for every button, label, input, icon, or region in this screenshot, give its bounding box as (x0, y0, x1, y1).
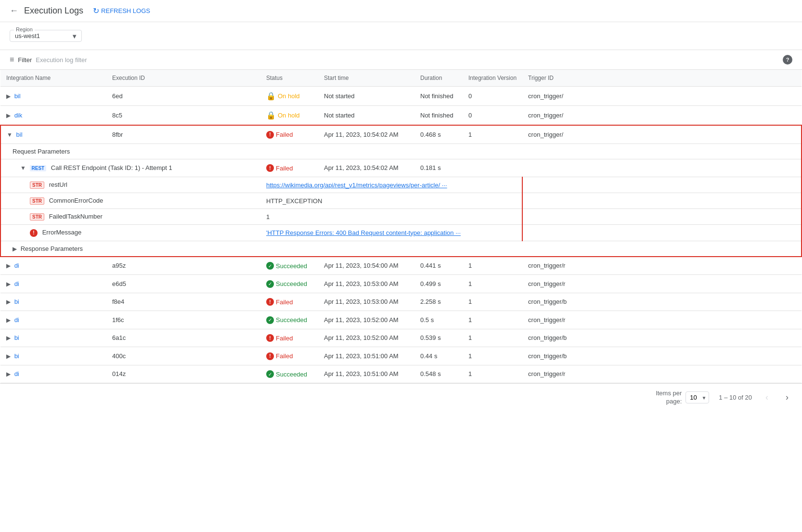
expand-button[interactable]: ▶ (6, 335, 11, 341)
response-params-label: Response Parameters (21, 245, 83, 252)
duration-cell: Not finished (414, 87, 463, 106)
success-icon: ✓ (266, 370, 274, 378)
execution-id-cell: 400c (106, 347, 260, 365)
start-time-cell: Apr 11, 2023, 10:52:00 AM (318, 311, 414, 329)
trigger-id-cell: cron_trigger/ (522, 106, 802, 126)
param-value: HTTP_EXCEPTION (266, 197, 322, 205)
table-row: ▶ dik 8c5 🔒 On hold Not started Not fini… (0, 106, 802, 126)
trigger-id-cell: cron_trigger/b (522, 293, 802, 311)
start-time-cell: Apr 11, 2023, 10:51:00 AM (318, 365, 414, 383)
filter-bar: ≡ Filter Execution log filter ? (0, 50, 802, 70)
failed-icon: ! (266, 298, 274, 306)
region-section: Region us-west1 ▼ (0, 22, 802, 50)
success-icon: ✓ (266, 262, 274, 270)
expand-button[interactable]: ▶ (6, 317, 11, 324)
status-cell: ✓ Succeeded (260, 365, 318, 383)
duration-cell: 0.548 s (414, 365, 463, 383)
status-text: Failed (276, 335, 293, 342)
expand-button[interactable]: ▶ (6, 262, 11, 269)
start-time-cell: Apr 11, 2023, 10:51:00 AM (318, 347, 414, 365)
status-text: Failed (276, 131, 293, 138)
col-duration: Duration (414, 70, 463, 87)
integration-name-cell: ▶ di (0, 311, 106, 329)
col-start-time: Start time (318, 70, 414, 87)
version-cell: 1 (463, 275, 522, 293)
integration-name-link[interactable]: di (14, 316, 19, 324)
integration-name-cell: ▶ bi (0, 329, 106, 347)
status-cell: ✓ Succeeded (260, 311, 318, 329)
version-cell: 1 (463, 311, 522, 329)
duration-cell: 0.44 s (414, 347, 463, 365)
status-cell: ! Failed (260, 293, 318, 311)
integration-name-link[interactable]: di (14, 262, 19, 269)
col-trigger-id: Trigger ID (522, 70, 802, 87)
trigger-id-cell: cron_trigger/b (522, 347, 802, 365)
integration-name-cell: ▶ bi (0, 347, 106, 365)
expand-button[interactable]: ▶ (6, 371, 11, 377)
integration-name-link[interactable]: bil (14, 92, 21, 100)
failed-icon: ! (266, 131, 274, 139)
execution-id-cell: f8e4 (106, 293, 260, 311)
execution-id-cell: 8fbr (106, 125, 260, 143)
expand-button[interactable]: ▶ (6, 298, 11, 305)
param-row: STR restUrl https://wikimedia.org/api/re… (0, 177, 802, 193)
per-page-wrapper: 10 25 50 (686, 391, 709, 403)
pagination-text: 1 – 10 of 20 (719, 394, 752, 401)
filter-placeholder[interactable]: Execution log filter (36, 56, 87, 64)
status-cell: 🔒 On hold (260, 87, 318, 106)
status-text: On hold (278, 112, 300, 119)
table-header-row: Integration Name Execution ID Status Sta… (0, 70, 802, 87)
table-row-expanded: ▼ bil 8fbr ! Failed Apr 11, 2023, 10:54:… (0, 125, 802, 143)
error-icon: ! (30, 229, 38, 237)
execution-logs-table: Integration Name Execution ID Status Sta… (0, 70, 802, 383)
expand-response-button[interactable]: ▶ (13, 246, 17, 252)
expand-button[interactable]: ▶ (6, 281, 11, 287)
version-cell: 1 (463, 293, 522, 311)
integration-name-link[interactable]: dik (14, 112, 23, 119)
version-cell: 1 (463, 329, 522, 347)
table-row: ▶ bi 6a1c ! Failed Apr 11, 2023, 10:52:0… (0, 329, 802, 347)
str-badge: STR (30, 213, 44, 221)
back-button[interactable]: ← (10, 6, 18, 16)
table-row: ▶ bi 400c ! Failed Apr 11, 2023, 10:51:0… (0, 347, 802, 365)
status-text: Succeeded (276, 371, 307, 378)
filter-icon: ≡ (10, 55, 14, 64)
expand-rest-button[interactable]: ▼ (20, 165, 26, 171)
str-badge: STR (30, 197, 44, 205)
integration-name-link[interactable]: bil (16, 131, 23, 138)
per-page-select[interactable]: 10 25 50 (686, 391, 709, 403)
trigger-id-cell: cron_trigger/ (522, 87, 802, 106)
status-cell: ! Failed (260, 347, 318, 365)
expand-button[interactable]: ▼ (7, 131, 13, 138)
duration-cell: 0.5 s (414, 311, 463, 329)
status-cell: ✓ Succeeded (260, 275, 318, 293)
rest-url-value[interactable]: https://wikimedia.org/api/rest_v1/metric… (266, 182, 447, 189)
version-cell: 1 (463, 257, 522, 275)
param-name: ErrorMessage (42, 229, 82, 236)
integration-name-cell: ▶ bi (0, 293, 106, 311)
failed-icon: ! (266, 164, 274, 172)
col-execution-id: Execution ID (106, 70, 260, 87)
error-message-value[interactable]: 'HTTP Response Errors: 400 Bad Request c… (266, 229, 461, 236)
header: ← Execution Logs ↻ REFRESH LOGS (0, 0, 802, 22)
help-button[interactable]: ? (783, 55, 792, 65)
region-select-wrapper[interactable]: Region us-west1 ▼ (10, 30, 82, 42)
prev-page-button[interactable]: ‹ (762, 390, 772, 404)
pagination-footer: Items perpage: 10 25 50 1 – 10 of 20 ‹ › (0, 383, 802, 412)
request-params-label: Request Parameters (13, 148, 70, 155)
integration-name-link[interactable]: di (14, 370, 19, 377)
region-value: us-west1 (15, 32, 40, 39)
integration-name-link[interactable]: bi (14, 352, 19, 360)
execution-id-cell: 014z (106, 365, 260, 383)
expand-button[interactable]: ▶ (6, 93, 11, 100)
region-label: Region (14, 26, 35, 32)
expand-button[interactable]: ▶ (6, 112, 11, 119)
integration-name-link[interactable]: bi (14, 334, 19, 341)
refresh-logs-button[interactable]: ↻ REFRESH LOGS (93, 6, 150, 15)
next-page-button[interactable]: › (782, 390, 792, 404)
param-row: STR FailedlTaskNumber 1 (0, 209, 802, 225)
integration-name-link[interactable]: bi (14, 298, 19, 305)
integration-name-link[interactable]: di (14, 280, 19, 287)
col-integration-name: Integration Name (0, 70, 106, 87)
expand-button[interactable]: ▶ (6, 353, 11, 360)
